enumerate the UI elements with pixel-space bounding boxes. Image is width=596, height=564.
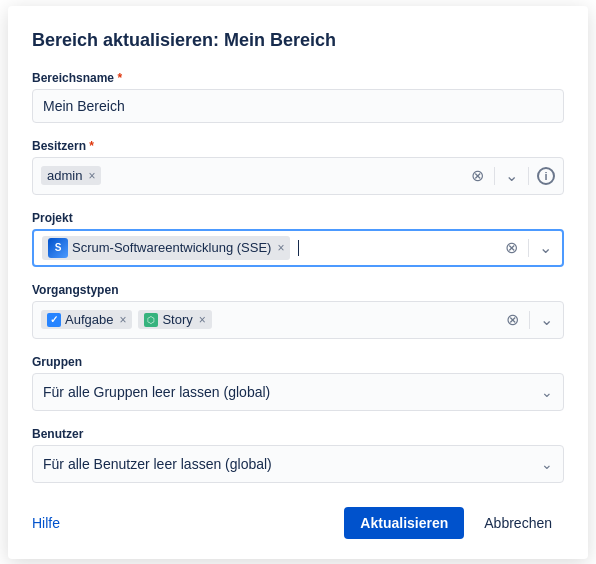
besitzern-actions: ⊗ ⌄ i [469, 164, 555, 187]
besitzern-chevron-icon[interactable]: ⌄ [503, 164, 520, 187]
projekt-tag-label: Scrum-Softwareentwicklung (SSE) [72, 240, 271, 255]
gruppen-select[interactable]: Für alle Gruppen leer lassen (global) ⌄ [32, 373, 564, 411]
vorgangstypen-tag-aufgabe: Aufgabe × [41, 310, 132, 329]
gruppen-label: Gruppen [32, 355, 564, 369]
projekt-tag-remove[interactable]: × [277, 242, 284, 254]
divider-1 [494, 167, 495, 185]
vorgangstypen-field: Vorgangstypen Aufgabe × Story × ⊗ ⌄ [32, 283, 564, 339]
projekt-input-container[interactable]: S Scrum-Softwareentwicklung (SSE) × ⊗ ⌄ [32, 229, 564, 267]
benutzer-select[interactable]: Für alle Benutzer leer lassen (global) ⌄ [32, 445, 564, 483]
besitzern-info-icon[interactable]: i [537, 167, 555, 185]
divider-4 [529, 311, 530, 329]
gruppen-chevron-icon: ⌄ [541, 384, 553, 400]
text-cursor [298, 240, 299, 256]
benutzer-chevron-icon: ⌄ [541, 456, 553, 472]
bereichsname-input[interactable] [32, 89, 564, 123]
dialog-title: Bereich aktualisieren: Mein Bereich [32, 30, 564, 51]
vorgangstypen-actions: ⊗ ⌄ [504, 308, 555, 331]
besitzern-field: Besitzern * admin × ⊗ ⌄ i [32, 139, 564, 195]
projekt-chevron-icon[interactable]: ⌄ [537, 236, 554, 259]
projekt-actions: ⊗ ⌄ [503, 236, 554, 259]
projekt-tag-sse: S Scrum-Softwareentwicklung (SSE) × [42, 236, 290, 260]
besitzern-label: Besitzern * [32, 139, 564, 153]
cancel-button[interactable]: Abbrechen [472, 507, 564, 539]
benutzer-placeholder: Für alle Benutzer leer lassen (global) [43, 456, 541, 472]
gruppen-field: Gruppen Für alle Gruppen leer lassen (gl… [32, 355, 564, 411]
footer-buttons: Aktualisieren Abbrechen [344, 507, 564, 539]
story-tag-label: Story [162, 312, 192, 327]
projekt-clear-icon[interactable]: ⊗ [503, 236, 520, 259]
vorgangstypen-input-container[interactable]: Aufgabe × Story × ⊗ ⌄ [32, 301, 564, 339]
divider-2 [528, 167, 529, 185]
bereichsname-field: Bereichsname * [32, 71, 564, 123]
besitzern-tag-admin: admin × [41, 166, 101, 185]
besitzern-tag-label: admin [47, 168, 82, 183]
vorgangstypen-chevron-icon[interactable]: ⌄ [538, 308, 555, 331]
benutzer-field: Benutzer Für alle Benutzer leer lassen (… [32, 427, 564, 483]
story-icon [144, 313, 158, 327]
project-icon: S [48, 238, 68, 258]
gruppen-placeholder: Für alle Gruppen leer lassen (global) [43, 384, 541, 400]
projekt-field: Projekt S Scrum-Softwareentwicklung (SSE… [32, 211, 564, 267]
update-button[interactable]: Aktualisieren [344, 507, 464, 539]
besitzern-input-container[interactable]: admin × ⊗ ⌄ i [32, 157, 564, 195]
besitzern-tag-remove[interactable]: × [88, 170, 95, 182]
vorgangstypen-clear-icon[interactable]: ⊗ [504, 308, 521, 331]
vorgangstypen-tag-story: Story × [138, 310, 211, 329]
aufgabe-tag-label: Aufgabe [65, 312, 113, 327]
aufgabe-icon [47, 313, 61, 327]
vorgangstypen-label: Vorgangstypen [32, 283, 564, 297]
required-indicator-2: * [86, 139, 94, 153]
bereichsname-label: Bereichsname * [32, 71, 564, 85]
story-tag-remove[interactable]: × [199, 314, 206, 326]
aufgabe-tag-remove[interactable]: × [119, 314, 126, 326]
help-link[interactable]: Hilfe [32, 515, 60, 531]
required-indicator: * [114, 71, 122, 85]
benutzer-label: Benutzer [32, 427, 564, 441]
divider-3 [528, 239, 529, 257]
besitzern-clear-icon[interactable]: ⊗ [469, 164, 486, 187]
update-dialog: Bereich aktualisieren: Mein Bereich Bere… [8, 6, 588, 559]
dialog-footer: Hilfe Aktualisieren Abbrechen [32, 503, 564, 539]
projekt-label: Projekt [32, 211, 564, 225]
